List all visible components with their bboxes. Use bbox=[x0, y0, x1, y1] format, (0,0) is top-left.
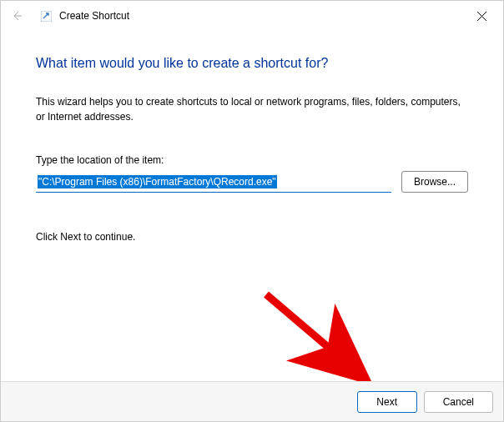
dialog-footer: Next Cancel bbox=[1, 381, 503, 421]
back-arrow-icon[interactable] bbox=[8, 7, 26, 25]
svg-line-4 bbox=[266, 294, 356, 371]
annotation-arrow bbox=[258, 286, 383, 394]
location-row: "C:\Program Files (x86)\FormatFactory\QR… bbox=[36, 171, 468, 193]
wizard-description: This wizard helps you to create shortcut… bbox=[36, 94, 468, 124]
svg-rect-1 bbox=[41, 11, 52, 22]
window-title: Create Shortcut bbox=[59, 10, 129, 22]
shortcut-icon bbox=[39, 9, 53, 23]
continue-hint: Click Next to continue. bbox=[36, 231, 468, 243]
location-label: Type the location of the item: bbox=[36, 154, 468, 166]
location-input[interactable]: "C:\Program Files (x86)\FormatFactory\QR… bbox=[36, 171, 391, 193]
location-input-text: "C:\Program Files (x86)\FormatFactory\QR… bbox=[38, 175, 277, 188]
titlebar: Create Shortcut bbox=[1, 1, 503, 31]
page-heading: What item would you like to create a sho… bbox=[36, 56, 468, 71]
cancel-button[interactable]: Cancel bbox=[424, 391, 493, 413]
wizard-content: What item would you like to create a sho… bbox=[1, 31, 503, 243]
close-button[interactable] bbox=[470, 6, 493, 26]
next-button[interactable]: Next bbox=[357, 391, 417, 413]
browse-button[interactable]: Browse... bbox=[401, 171, 468, 193]
